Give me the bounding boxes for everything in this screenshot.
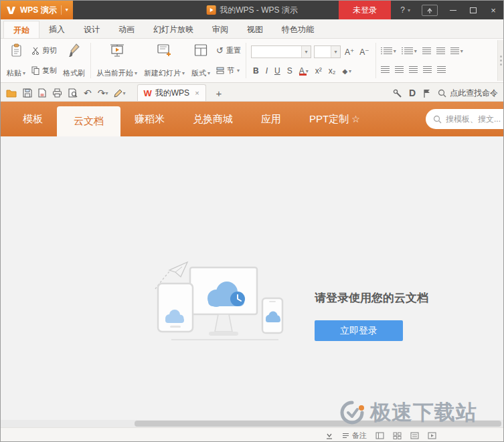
undo-button[interactable]: ↶ (84, 85, 92, 101)
tab-special-features[interactable]: 特色功能 (272, 21, 323, 38)
scissors-icon (31, 47, 39, 55)
align-left-button[interactable] (381, 66, 390, 74)
line-spacing-icon (450, 47, 459, 55)
play-from-current-button[interactable]: 从当前开始 ▾ (94, 41, 140, 80)
wps-menu-button[interactable]: WPS 演示 ▾ (1, 1, 73, 19)
italic-label: I (266, 66, 268, 76)
underline-button[interactable]: U (272, 66, 282, 76)
increase-indent-button[interactable] (436, 47, 445, 55)
bold-button[interactable]: B (251, 66, 261, 76)
notes-toggle-button[interactable]: 备注 (342, 431, 367, 441)
tab-design[interactable]: 设计 (74, 21, 109, 38)
font-color-button[interactable]: A ▾ (297, 66, 311, 76)
text-effects-button[interactable]: ◆ ▾ (340, 68, 353, 75)
grow-font-button[interactable]: A⁺ (343, 47, 355, 57)
new-tab-button[interactable]: + (212, 85, 226, 101)
font-size-select[interactable]: ▾ (314, 45, 341, 58)
distribute-text-button[interactable] (437, 66, 446, 74)
cut-button[interactable]: 剪切 (29, 44, 59, 57)
login-status-button[interactable]: 未登录 (339, 1, 391, 19)
find-command-button[interactable]: 点此查找命令 (438, 88, 498, 99)
chevron-down-icon[interactable]: ▾ (301, 46, 311, 58)
superscript-button[interactable]: x² (313, 66, 324, 76)
reading-view-button[interactable] (410, 432, 419, 439)
print-button[interactable] (52, 85, 62, 101)
align-right-button[interactable] (409, 66, 418, 74)
tools-button[interactable] (393, 85, 402, 101)
chevron-down-icon[interactable]: ▾ (61, 5, 68, 15)
tab-insert[interactable]: 插入 (39, 21, 74, 38)
search-placeholder: 搜模板、搜文... (446, 114, 501, 125)
tab-review[interactable]: 审阅 (203, 21, 238, 38)
justify-button[interactable] (423, 66, 432, 74)
cloud-login-block: 请登录使用您的云文档 立即登录 (151, 258, 428, 352)
close-button[interactable]: × (483, 1, 503, 19)
maximize-button[interactable] (463, 1, 483, 19)
redo-button[interactable]: ↷ ▾ (98, 85, 108, 101)
nav-earn-rice[interactable]: 赚稻米 (120, 102, 179, 136)
nav-ppt-custom[interactable]: PPT定制 ☆ (295, 102, 374, 136)
export-pdf-button[interactable] (38, 85, 46, 101)
chevron-down-icon: ▾ (207, 70, 210, 76)
tab-slideshow[interactable]: 幻灯片放映 (144, 21, 203, 38)
decrease-indent-icon (422, 47, 431, 55)
template-search-input[interactable]: 搜模板、搜文... (426, 109, 503, 129)
nav-exchange-mall[interactable]: 兑换商城 (179, 102, 247, 136)
format-painter-label: 格式刷 (63, 68, 85, 78)
align-center-button[interactable] (395, 66, 404, 74)
chevron-down-icon[interactable]: ▾ (331, 46, 340, 58)
section-button[interactable]: 节 ▾ (214, 64, 243, 77)
slideshow-play-icon (428, 432, 436, 439)
nav-templates[interactable]: 模板 (9, 102, 57, 136)
nav-cloud-docs[interactable]: 云文档 (57, 106, 120, 136)
decrease-indent-button[interactable] (422, 47, 431, 55)
tab-home[interactable]: 开始 (3, 21, 39, 38)
docer-button[interactable]: D (409, 85, 416, 101)
format-painter-button[interactable]: 格式刷 (60, 41, 88, 80)
numbered-list-button[interactable]: ▾ (402, 47, 417, 55)
reading-view-icon (410, 432, 419, 439)
login-now-button[interactable]: 立即登录 (315, 320, 403, 341)
save-button[interactable] (23, 85, 32, 101)
numbered-list-icon (404, 47, 413, 55)
line-spacing-button[interactable]: ▾ (450, 47, 463, 55)
collapse-ribbon-button[interactable] (422, 5, 438, 16)
help-button[interactable]: ? ▾ (391, 5, 416, 15)
flag-button[interactable] (423, 85, 430, 101)
wrench-icon (393, 89, 402, 98)
new-slide-button[interactable]: 新建幻灯片 ▾ (141, 41, 187, 80)
paste-button[interactable]: 粘贴 ▾ (4, 41, 28, 80)
collapse-panel-button[interactable] (325, 432, 333, 439)
pen-tool-button[interactable]: ▾ (114, 85, 125, 101)
titlebar-controls: 未登录 ? ▾ × (339, 1, 503, 19)
layout-label: 版式 (191, 68, 206, 78)
minimize-button[interactable] (443, 1, 463, 19)
nav-apps[interactable]: 应用 (247, 102, 295, 136)
slide-sorter-view-button[interactable] (393, 432, 402, 439)
slideshow-view-button[interactable] (428, 432, 436, 439)
slide-layout-button[interactable]: 版式 ▾ (189, 41, 213, 80)
tab-animation[interactable]: 动画 (109, 21, 144, 38)
chevron-down-icon: ▾ (394, 48, 396, 54)
open-file-button[interactable] (6, 85, 17, 101)
shrink-font-button[interactable]: A⁻ (358, 47, 370, 57)
bullet-list-button[interactable]: ▾ (381, 47, 396, 55)
home-nav-bar: 模板 云文档 赚稻米 兑换商城 应用 PPT定制 ☆ 搜模板、搜文... (1, 102, 503, 136)
clipboard-group: 粘贴 ▾ 剪切 复制 (2, 40, 90, 81)
strikethrough-button[interactable]: S (285, 66, 295, 76)
subscript-button[interactable]: x₂ (327, 66, 338, 76)
document-tab-my-wps[interactable]: W 我的WPS × (137, 84, 206, 101)
align-center-icon (395, 66, 404, 74)
font-family-select[interactable]: ▾ (251, 45, 311, 58)
italic-button[interactable]: I (264, 66, 270, 76)
close-tab-icon[interactable]: × (195, 89, 199, 97)
normal-view-button[interactable] (375, 432, 384, 439)
paste-label: 粘贴 (7, 68, 21, 78)
print-preview-button[interactable] (68, 85, 78, 101)
reset-slide-button[interactable]: ↺ 重置 (214, 44, 243, 57)
ribbon: 粘贴 ▾ 剪切 复制 (1, 39, 503, 83)
tab-view[interactable]: 视图 (238, 21, 272, 38)
copy-button[interactable]: 复制 (29, 64, 59, 77)
maximize-icon (470, 7, 477, 13)
ribbon-overflow-handle[interactable] (497, 40, 503, 81)
